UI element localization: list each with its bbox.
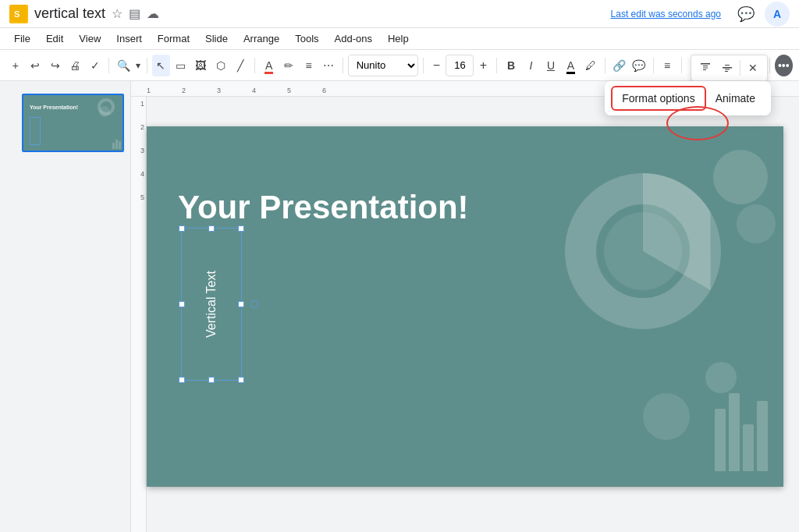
print-button[interactable]: 🖨 [66, 55, 83, 76]
slide-content[interactable]: Your Presentation! [147, 126, 783, 487]
ruler-v-tick-5: 5 [140, 193, 144, 201]
deco-inner-circle [604, 212, 682, 290]
border-weight-btn[interactable]: ≡ [300, 55, 318, 76]
zoom-level: ▾ [136, 60, 140, 71]
menu-view[interactable]: View [71, 30, 108, 48]
slide-title: Your Presentation! [178, 189, 469, 226]
popup-sep [740, 60, 740, 76]
align-top-btn[interactable] [694, 57, 716, 79]
deco-bar-2 [729, 393, 740, 471]
image-tool[interactable]: 🖼 [192, 55, 210, 76]
svg-text:S: S [14, 9, 20, 19]
star-icon[interactable]: ☆ [112, 6, 123, 21]
line-tool[interactable]: ╱ [232, 55, 250, 76]
toolbar-sep-4 [343, 58, 343, 73]
fill-color-btn[interactable]: A [260, 55, 278, 76]
deco-bars [715, 393, 768, 471]
svg-rect-5 [703, 69, 706, 70]
slide-thumb-title: Your Presentation! [30, 105, 78, 110]
deco-bar-3 [743, 424, 754, 471]
format-options-button[interactable]: Format options [611, 86, 705, 111]
align-middle-btn[interactable] [716, 57, 738, 79]
vertical-text-content: Vertical Text [182, 229, 241, 380]
comment-btn[interactable]: 💬 [630, 55, 648, 76]
menu-arrange[interactable]: Arrange [236, 30, 287, 48]
title-bar: S vertical text ☆ ▤ ☁ Last edit was seco… [0, 0, 799, 28]
bold-button[interactable]: B [502, 55, 520, 76]
svg-rect-4 [703, 68, 708, 69]
ruler-h-tick-2: 2 [182, 87, 186, 94]
italic-button[interactable]: I [522, 55, 540, 76]
animate-button[interactable]: Animate [706, 86, 765, 111]
svg-rect-2 [701, 63, 710, 65]
border-color-btn[interactable]: ✏ [279, 55, 297, 76]
ruler-v-tick-2: 2 [140, 123, 144, 131]
menu-bar: File Edit View Insert Format Slide Arran… [0, 28, 799, 50]
menu-edit[interactable]: Edit [38, 30, 71, 48]
toolbar-sep-8 [653, 58, 654, 73]
deco-circle-bottom-2 [705, 362, 737, 393]
menu-addons[interactable]: Add-ons [327, 30, 380, 48]
app-icon: S [9, 5, 28, 23]
ruler-h-tick-6: 6 [322, 87, 326, 94]
deco-circle-small-1 [713, 150, 768, 204]
more-options-btn[interactable]: ••• [775, 55, 793, 76]
svg-rect-8 [725, 69, 730, 70]
spellcheck-button[interactable]: ✓ [86, 55, 104, 76]
toolbar-sep-7 [605, 58, 605, 73]
ruler-vertical: 1 2 3 4 5 [131, 97, 147, 532]
font-size-increase[interactable]: + [474, 55, 492, 76]
last-edit-text[interactable]: Last edit was seconds ago [611, 9, 721, 20]
text-alignment-popup: ✕ [691, 55, 768, 81]
link-btn[interactable]: 🔗 [610, 55, 628, 76]
toolbar-sep-3 [254, 58, 255, 73]
toolbar-sep-5 [423, 58, 424, 73]
undo-button[interactable]: ↩ [26, 55, 44, 76]
text-box[interactable]: Vertical Text [181, 228, 242, 381]
slide-thumb-inner: Your Presentation! [23, 95, 123, 151]
zoom-button[interactable]: 🔍 [114, 55, 132, 76]
font-size-input[interactable] [446, 55, 474, 76]
cloud-icon[interactable]: ☁ [147, 6, 159, 21]
deco-bar-1 [715, 409, 726, 471]
border-dash-btn[interactable]: ⋯ [319, 55, 337, 76]
ruler-h-tick-1: 1 [147, 87, 151, 94]
ruler-h-tick-5: 5 [287, 87, 291, 94]
menu-tools[interactable]: Tools [287, 30, 326, 48]
text-box-tool[interactable]: ▭ [172, 55, 190, 76]
underline-button[interactable]: U [542, 55, 559, 76]
toolbar-sep-2 [147, 58, 147, 73]
deco-bar-4 [757, 401, 768, 471]
comments-icon[interactable]: 💬 [733, 2, 758, 27]
font-size-area: − + [428, 55, 492, 76]
font-color-btn[interactable]: A [562, 55, 580, 76]
doc-title[interactable]: vertical text [34, 5, 105, 22]
slide-thumbnail[interactable]: Your Presentation! [22, 94, 124, 152]
ruler-h-tick-3: 3 [217, 87, 221, 94]
canvas-area: 1 2 3 4 5 6 1 2 3 4 5 Your Presentation! [131, 81, 799, 532]
svg-rect-3 [703, 66, 708, 66]
cursor-tool[interactable]: ↖ [152, 55, 170, 76]
menu-file[interactable]: File [6, 30, 38, 48]
menu-format[interactable]: Format [150, 30, 197, 48]
menu-slide[interactable]: Slide [197, 30, 236, 48]
font-size-decrease[interactable]: − [428, 55, 445, 76]
font-selector[interactable]: Nunito [348, 55, 418, 76]
folder-icon[interactable]: ▤ [129, 6, 140, 21]
remove-format-btn[interactable]: ✕ [742, 57, 764, 79]
shape-tool[interactable]: ⬡ [211, 55, 229, 76]
rotation-handle[interactable] [250, 300, 258, 308]
toolbar-sep-1 [108, 58, 109, 73]
menu-help[interactable]: Help [380, 30, 417, 48]
account-icon[interactable]: A [765, 2, 790, 27]
align-btn[interactable]: ≡ [658, 55, 676, 76]
toolbar-sep-10 [769, 58, 770, 73]
menu-insert[interactable]: Insert [108, 30, 150, 48]
redo-button[interactable]: ↪ [46, 55, 64, 76]
highlight-btn[interactable]: 🖊 [581, 55, 599, 76]
slide-panel: 1 Your Presentation! [0, 81, 131, 532]
toolbar-sep-9 [681, 58, 682, 73]
add-button[interactable]: + [6, 55, 24, 76]
svg-rect-7 [725, 65, 730, 66]
slide-canvas: Your Presentation! [147, 97, 783, 516]
